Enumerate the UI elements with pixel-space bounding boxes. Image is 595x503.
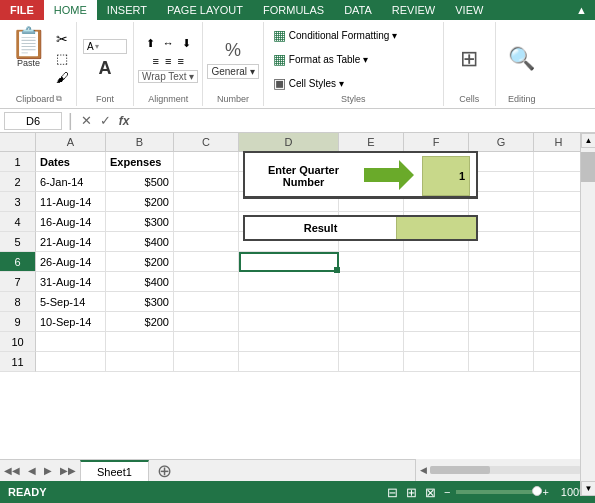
- align-top-btn[interactable]: ⬆: [143, 35, 158, 52]
- cell-f7[interactable]: [404, 272, 469, 292]
- cell-e10[interactable]: [339, 332, 404, 352]
- tab-formulas[interactable]: FORMULAS: [253, 0, 334, 20]
- cell-e8[interactable]: [339, 292, 404, 312]
- row-header-9[interactable]: 9: [0, 312, 36, 332]
- sheet-tab-1[interactable]: Sheet1: [80, 460, 149, 481]
- cell-h7[interactable]: [534, 272, 584, 292]
- cell-g7[interactable]: [469, 272, 534, 292]
- tab-data[interactable]: DATA: [334, 0, 382, 20]
- vertical-scrollbar[interactable]: ▲ ▼: [580, 133, 595, 496]
- cell-c4[interactable]: [174, 212, 239, 232]
- cell-c2[interactable]: [174, 172, 239, 192]
- cell-g2[interactable]: [469, 172, 534, 192]
- cell-d10[interactable]: [239, 332, 339, 352]
- row-header-8[interactable]: 8: [0, 292, 36, 312]
- cell-b7[interactable]: $400: [106, 272, 174, 292]
- cell-g4[interactable]: [469, 212, 534, 232]
- cell-c3[interactable]: [174, 192, 239, 212]
- row-header-3[interactable]: 3: [0, 192, 36, 212]
- col-header-h[interactable]: H: [534, 133, 584, 151]
- cell-h4[interactable]: [534, 212, 584, 232]
- cell-b11[interactable]: [106, 352, 174, 372]
- cell-a8[interactable]: 5-Sep-14: [36, 292, 106, 312]
- row-header-6[interactable]: 6: [0, 252, 36, 272]
- cell-g10[interactable]: [469, 332, 534, 352]
- col-header-d[interactable]: D: [239, 133, 339, 151]
- col-header-b[interactable]: B: [106, 133, 174, 151]
- cell-h6[interactable]: [534, 252, 584, 272]
- hscroll-thumb[interactable]: [430, 466, 490, 474]
- cell-f8[interactable]: [404, 292, 469, 312]
- scroll-thumb-v[interactable]: [581, 152, 595, 182]
- tab-insert[interactable]: INSERT: [97, 0, 157, 20]
- cancel-icon[interactable]: ✕: [79, 113, 94, 128]
- sheet-nav-prev[interactable]: ◀◀: [0, 465, 24, 476]
- font-dropdown[interactable]: A▾: [83, 39, 127, 54]
- cell-c5[interactable]: [174, 232, 239, 252]
- cell-b3[interactable]: $200: [106, 192, 174, 212]
- col-header-f[interactable]: F: [404, 133, 469, 151]
- cell-c11[interactable]: [174, 352, 239, 372]
- cell-b2[interactable]: $500: [106, 172, 174, 192]
- normal-view-btn[interactable]: ⊟: [385, 485, 400, 500]
- cut-button[interactable]: ✂: [53, 30, 72, 48]
- sheet-nav-left[interactable]: ◀: [24, 465, 40, 476]
- cell-b6[interactable]: $200: [106, 252, 174, 272]
- cell-d6[interactable]: [239, 252, 339, 272]
- cell-h5[interactable]: [534, 232, 584, 252]
- row-header-1[interactable]: 1: [0, 152, 36, 172]
- cell-c7[interactable]: [174, 272, 239, 292]
- cell-g3[interactable]: [469, 192, 534, 212]
- format-as-table-btn[interactable]: ▦ Format as Table ▾: [268, 48, 439, 70]
- zoom-slider[interactable]: [456, 490, 536, 494]
- page-layout-view-btn[interactable]: ⊞: [404, 485, 419, 500]
- function-icon[interactable]: fx: [117, 114, 132, 128]
- paste-button[interactable]: 📋 Paste: [6, 26, 51, 70]
- row-header-5[interactable]: 5: [0, 232, 36, 252]
- cell-a11[interactable]: [36, 352, 106, 372]
- cell-a3[interactable]: 11-Aug-14: [36, 192, 106, 212]
- cell-c10[interactable]: [174, 332, 239, 352]
- tab-file[interactable]: FILE: [0, 0, 44, 20]
- cell-g8[interactable]: [469, 292, 534, 312]
- cell-f6[interactable]: [404, 252, 469, 272]
- col-header-g[interactable]: G: [469, 133, 534, 151]
- sheet-nav-right[interactable]: ▶: [40, 465, 56, 476]
- row-header-10[interactable]: 10: [0, 332, 36, 352]
- quarter-value-cell[interactable]: 1: [422, 156, 470, 196]
- cell-a4[interactable]: 16-Aug-14: [36, 212, 106, 232]
- tab-home[interactable]: HOME: [44, 0, 97, 20]
- cell-e11[interactable]: [339, 352, 404, 372]
- align-right-btn[interactable]: ≡: [175, 54, 185, 68]
- name-box[interactable]: [4, 112, 62, 130]
- cell-d9[interactable]: [239, 312, 339, 332]
- conditional-formatting-btn[interactable]: ▦ Conditional Formatting ▾: [268, 24, 439, 46]
- zoom-in-btn[interactable]: +: [540, 486, 550, 498]
- cell-e7[interactable]: [339, 272, 404, 292]
- cell-c8[interactable]: [174, 292, 239, 312]
- cell-h11[interactable]: [534, 352, 584, 372]
- cell-b10[interactable]: [106, 332, 174, 352]
- cell-f9[interactable]: [404, 312, 469, 332]
- cell-b4[interactable]: $300: [106, 212, 174, 232]
- cell-c1[interactable]: [174, 152, 239, 172]
- collapse-ribbon-btn[interactable]: ▲: [568, 0, 595, 20]
- align-left-btn[interactable]: ≡: [151, 54, 161, 68]
- cell-d8[interactable]: [239, 292, 339, 312]
- cell-d7[interactable]: [239, 272, 339, 292]
- page-break-view-btn[interactable]: ⊠: [423, 485, 438, 500]
- col-header-a[interactable]: A: [36, 133, 106, 151]
- cell-g9[interactable]: [469, 312, 534, 332]
- col-header-c[interactable]: C: [174, 133, 239, 151]
- cell-b9[interactable]: $200: [106, 312, 174, 332]
- hscroll-track[interactable]: [430, 466, 581, 474]
- cell-h10[interactable]: [534, 332, 584, 352]
- row-header-11[interactable]: 11: [0, 352, 36, 372]
- cell-h3[interactable]: [534, 192, 584, 212]
- row-header-4[interactable]: 4: [0, 212, 36, 232]
- cell-b1[interactable]: Expenses: [106, 152, 174, 172]
- cell-c9[interactable]: [174, 312, 239, 332]
- tab-view[interactable]: VIEW: [445, 0, 493, 20]
- cell-b5[interactable]: $400: [106, 232, 174, 252]
- cell-c6[interactable]: [174, 252, 239, 272]
